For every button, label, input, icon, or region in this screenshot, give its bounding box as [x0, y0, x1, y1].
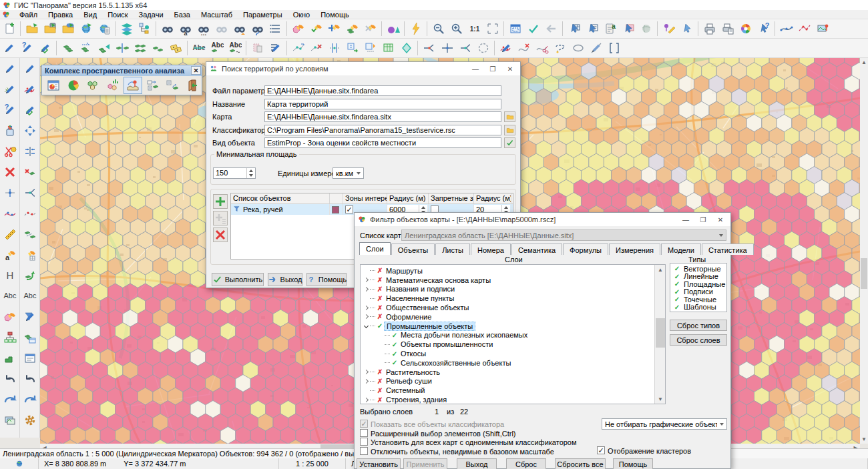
tree-row[interactable]: ✓Объекты промышленности — [362, 340, 654, 349]
tb-dots-arrow[interactable] — [289, 39, 307, 57]
tree-label[interactable]: Рельеф суши — [384, 377, 434, 385]
analysis-map-zone[interactable] — [124, 77, 142, 94]
tree-label[interactable]: Строения, здания — [384, 396, 449, 404]
tb-grid-arrow[interactable] — [343, 39, 361, 57]
lt-pencil-question[interactable]: ? — [0, 99, 20, 120]
cross-icon[interactable]: ✗ — [376, 286, 384, 293]
vscroll-thumb[interactable] — [861, 258, 867, 289]
tab-Статистика[interactable]: Статистика — [702, 244, 754, 255]
expander-collapsed-icon[interactable] — [363, 370, 368, 374]
lt-arrow-branch[interactable] — [20, 182, 40, 203]
tb-curve-pencil[interactable] — [497, 39, 515, 57]
filter-Установить-button[interactable]: Установить — [357, 458, 401, 469]
filter-Сбросить все-button[interactable]: Сбросить все — [555, 458, 606, 469]
tb-binoculars-refresh[interactable] — [248, 20, 266, 37]
lt-scissors-thread[interactable] — [0, 141, 20, 161]
clusters-checkbox[interactable] — [597, 446, 605, 454]
scale-cell[interactable]: 1 : 25 000 — [279, 458, 346, 469]
tree-row[interactable]: ✗Названия и подписи — [362, 285, 654, 294]
lt-curve-pencil[interactable] — [20, 79, 40, 99]
tree-row[interactable]: ✓Откосы — [362, 349, 654, 358]
tb-clipboard-a[interactable]: a — [601, 20, 619, 37]
field-1-input[interactable]: E:\ДАННЫЕ\Данные.sitx.findarea — [264, 85, 501, 96]
tb-scatter-green[interactable] — [131, 39, 149, 57]
tb-zoom-in[interactable] — [447, 20, 465, 37]
tb-split-green[interactable] — [113, 39, 131, 57]
tree-expander[interactable] — [362, 370, 370, 374]
lt-window-list[interactable] — [20, 348, 40, 368]
tree-label[interactable]: Объекты промышленности — [399, 340, 495, 348]
cross-icon[interactable]: ✗ — [376, 276, 384, 284]
lt-pencil[interactable] — [20, 58, 40, 79]
scroll-down-icon[interactable]: ▼ — [860, 435, 868, 444]
globe-status-icon[interactable] — [0, 458, 39, 469]
tb-torch-plus[interactable] — [325, 20, 343, 37]
filter-checkbox-1[interactable] — [360, 420, 368, 428]
tb-layers[interactable] — [118, 20, 136, 37]
tb-clip-gray[interactable] — [248, 39, 266, 57]
map-list-combo[interactable]: Ленинградская область [E:\ДАННЫЕ\Данные.… — [401, 229, 726, 241]
type-Площадные[interactable]: ✓Площадные — [673, 280, 726, 288]
type-Линейные[interactable]: ✓Линейные — [673, 273, 726, 281]
tab-Листы[interactable]: Листы — [435, 244, 470, 255]
analysis-stat-table[interactable] — [44, 77, 63, 94]
expander-collapsed-icon[interactable] — [363, 287, 368, 292]
tb-bracket-edit[interactable] — [605, 39, 623, 57]
tab-Семантика[interactable]: Семантика — [511, 244, 562, 255]
lt-docs-green[interactable] — [20, 327, 40, 348]
dropdown-arrow-icon[interactable] — [717, 419, 726, 429]
analysis-hex-green[interactable] — [84, 77, 103, 94]
close-button[interactable]: ✕ — [712, 213, 729, 226]
tb-cursor-table[interactable] — [565, 20, 583, 37]
side-add-list-button[interactable] — [213, 211, 228, 225]
tree-row[interactable]: ✗Маршруты — [362, 266, 654, 276]
lt-redo-blue[interactable] — [20, 389, 40, 410]
cross-icon[interactable]: ✗ — [376, 396, 384, 404]
lt-h-text[interactable]: H — [0, 265, 20, 286]
tab-Слои[interactable]: Слои — [359, 242, 391, 255]
tree-label[interactable]: Системный — [384, 386, 427, 394]
expander-collapsed-icon[interactable] — [363, 278, 368, 282]
close-button[interactable]: ✕ — [501, 62, 519, 75]
tb-binoculars-gray[interactable] — [212, 20, 230, 37]
maximize-button[interactable]: ❐ — [694, 213, 712, 226]
search-Помощь-button[interactable]: ?Помощь — [306, 273, 347, 286]
tab-Номера[interactable]: Номера — [471, 244, 511, 255]
browse-folder-button[interactable] — [504, 125, 515, 135]
tb-polyline-smooth[interactable] — [777, 20, 795, 37]
tb-stack-green[interactable] — [59, 39, 77, 57]
tb-stack-merge[interactable] — [95, 39, 113, 57]
cross-icon[interactable]: ✗ — [376, 368, 384, 376]
dropdown-arrow-icon[interactable] — [354, 168, 363, 178]
menu-База[interactable]: База — [169, 10, 196, 19]
filter-Помощь-button[interactable]: Помощь — [613, 458, 653, 469]
cross-icon[interactable]: ✗ — [376, 295, 384, 302]
tb-dots-x[interactable] — [307, 39, 325, 57]
lt-images-stack[interactable] — [0, 410, 20, 430]
tb-lightning[interactable] — [407, 20, 425, 37]
tb-globe-open[interactable] — [77, 20, 95, 37]
browse-folder-button[interactable] — [504, 111, 515, 122]
lt-abc-text[interactable]: Abc — [0, 286, 20, 306]
tb-color-wheel[interactable] — [736, 20, 754, 37]
tb-binoculars-a[interactable]: a — [176, 20, 194, 37]
tb-list[interactable] — [266, 20, 284, 37]
lt-spline-dots[interactable] — [20, 203, 40, 223]
cross-icon[interactable]: ✗ — [376, 378, 384, 385]
menu-Масштаб[interactable]: Масштаб — [196, 10, 238, 19]
field-2-input[interactable]: Карта территорий — [264, 99, 501, 109]
zone-interest-checkbox[interactable] — [345, 205, 353, 213]
type-Векторные[interactable]: ✓Векторные — [673, 265, 726, 273]
tree-expander[interactable] — [362, 324, 370, 328]
tb-grid-green[interactable] — [379, 39, 397, 57]
tb-folder-open[interactable] — [23, 20, 41, 37]
tb-cursor-help[interactable]: ? — [754, 20, 773, 37]
cross-icon[interactable]: ✗ — [376, 387, 384, 394]
tb-plates-yellow[interactable] — [167, 39, 185, 57]
filter-dialog-titlebar[interactable]: Фильтр объектов карты - [E:\ДАННЫЕ\map50… — [355, 213, 730, 226]
tb-cursor-map[interactable] — [619, 20, 637, 37]
tree-label[interactable]: Сельскохозяйственные объекты — [399, 359, 513, 367]
type-Подписи[interactable]: ✓Подписи — [673, 288, 726, 296]
lt-redo-blue[interactable] — [0, 389, 20, 410]
tb-curve-cut[interactable] — [533, 39, 551, 57]
